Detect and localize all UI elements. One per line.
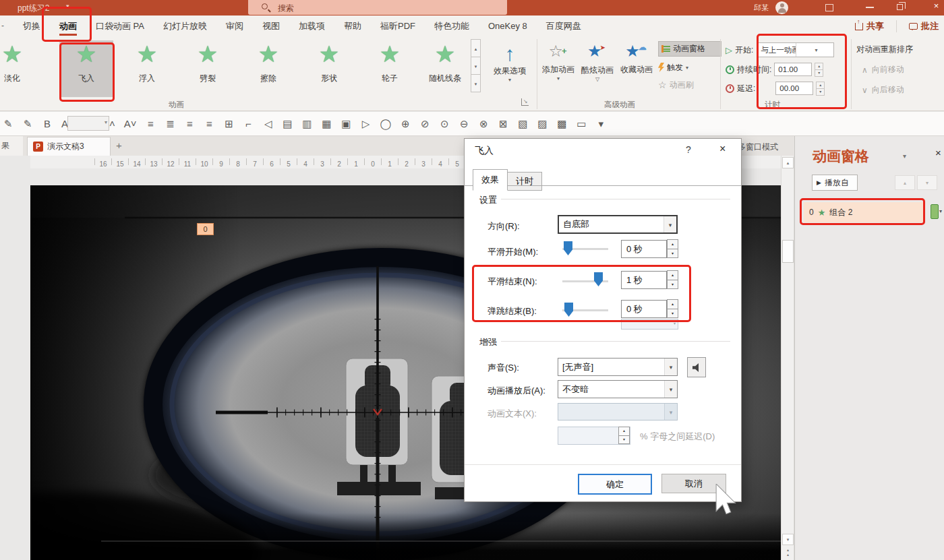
bounce-end-thumb[interactable] bbox=[564, 303, 573, 317]
smooth-end-thumb[interactable] bbox=[594, 272, 603, 286]
document-tab[interactable]: P 演示文稿3 bbox=[27, 137, 111, 156]
comments-button[interactable]: 批注 bbox=[909, 20, 939, 32]
favorite-animation-button[interactable]: ★☁ 收藏动画 bbox=[618, 41, 655, 75]
chart-icon[interactable]: ◯ bbox=[380, 118, 391, 130]
multi-window-mode-label[interactable]: 多窗口模式 bbox=[738, 142, 778, 153]
group-icon[interactable]: ▩ bbox=[556, 118, 567, 130]
title-caret-icon[interactable]: ▾ bbox=[66, 3, 69, 9]
rotate-icon[interactable]: ⌐ bbox=[243, 118, 254, 129]
trigger-button[interactable]: 触发 ▾ bbox=[658, 60, 688, 75]
gallery-item-float-in[interactable]: ★ 浮入 bbox=[120, 40, 174, 97]
smooth-start-value[interactable]: 0 秒 bbox=[621, 240, 667, 258]
bounce-end-value[interactable]: 0 秒 bbox=[621, 300, 667, 318]
format-painter-icon[interactable]: ✎ bbox=[22, 118, 33, 130]
smooth-end-value[interactable]: 1 秒 bbox=[621, 271, 667, 289]
sound-volume-button[interactable] bbox=[687, 357, 706, 377]
sound-dropdown[interactable]: [无声音] ▾ bbox=[558, 358, 678, 376]
font-size-combo[interactable] bbox=[67, 116, 109, 131]
search-box[interactable]: 搜索 bbox=[248, 0, 507, 15]
media-icon[interactable]: ▷ bbox=[360, 118, 371, 130]
minimize-icon[interactable] bbox=[866, 7, 874, 8]
ok-button[interactable]: 确定 bbox=[578, 474, 652, 495]
pane-close-icon[interactable]: × bbox=[935, 147, 941, 158]
gallery-item-fade[interactable]: ★ 淡化 bbox=[0, 40, 39, 97]
ribbon-tab[interactable]: 福昕PDF bbox=[371, 15, 425, 37]
gallery-scroll-up[interactable]: ▴ bbox=[471, 39, 481, 57]
dialog-tab[interactable]: 效果 bbox=[473, 169, 508, 191]
ribbon-tab[interactable]: 幻灯片放映 bbox=[154, 15, 216, 37]
new-tab-button[interactable]: + bbox=[116, 139, 122, 151]
play-from-button[interactable]: ▶ 播放自 bbox=[812, 175, 858, 191]
previous-slide-icon[interactable]: ▴▴ bbox=[782, 548, 794, 559]
animation-painter-button[interactable]: ☆ 动画刷 bbox=[658, 77, 694, 92]
help-icon[interactable]: ? bbox=[686, 144, 691, 155]
align-top-icon[interactable]: ▤ bbox=[282, 118, 293, 130]
animation-list-item[interactable]: 0 ★ 组合 2 bbox=[804, 202, 924, 222]
align-right-icon[interactable]: ≡ bbox=[204, 118, 214, 129]
item-dropdown-icon[interactable]: ▾ bbox=[939, 208, 942, 214]
scroll-down-icon[interactable]: ▾ bbox=[782, 534, 794, 545]
shrink-font-icon[interactable]: A˅ bbox=[124, 118, 137, 129]
ribbon-display-icon[interactable] bbox=[825, 4, 833, 11]
avatar[interactable] bbox=[775, 1, 788, 14]
close-icon[interactable]: × bbox=[932, 2, 941, 10]
bold-icon[interactable]: B bbox=[42, 118, 53, 129]
flip-icon[interactable]: ◁ bbox=[262, 118, 273, 130]
ribbon-tab[interactable]: 加载项 bbox=[289, 15, 334, 37]
gallery-item-wheel[interactable]: ★ 轮子 bbox=[363, 40, 417, 97]
gallery-item-wipe[interactable]: ★ 擦除 bbox=[241, 40, 295, 97]
merge-union-icon[interactable]: ⊕ bbox=[400, 118, 411, 130]
delay-stepper[interactable]: ▴▾ bbox=[816, 82, 825, 95]
overflow-icon[interactable]: ▾ bbox=[595, 118, 606, 130]
merge-subtract-icon[interactable]: ⊖ bbox=[459, 118, 469, 130]
layer-back-icon[interactable]: ▨ bbox=[537, 118, 548, 130]
delay-input[interactable]: 00.00 bbox=[775, 82, 813, 95]
ribbon-tab[interactable]: 审阅 bbox=[216, 15, 253, 37]
slide-scrollbar[interactable]: ▴ ▾ ▴▴ bbox=[781, 156, 794, 560]
share-button[interactable]: 共享 bbox=[855, 20, 884, 32]
move-earlier-button[interactable]: ∧ 向前移动 bbox=[862, 64, 904, 75]
justify-icon[interactable]: ≣ bbox=[165, 118, 175, 130]
restore-icon[interactable] bbox=[897, 4, 903, 10]
ribbon-tab[interactable]: 动画 bbox=[50, 15, 86, 37]
smooth-end-stepper[interactable]: ▴▾ bbox=[667, 271, 678, 289]
timeline-bar[interactable] bbox=[931, 204, 939, 219]
text-box-icon[interactable]: ▣ bbox=[341, 118, 351, 130]
after-animation-dropdown[interactable]: 不变暗 ▾ bbox=[558, 380, 678, 398]
ribbon-tab[interactable]: 帮助 bbox=[334, 15, 371, 37]
distribute-h-icon[interactable]: ⊠ bbox=[498, 118, 508, 130]
start-dropdown[interactable]: 与上一动画... ▾ bbox=[757, 42, 834, 57]
pane-move-down-button[interactable]: ▾ bbox=[917, 175, 937, 190]
bounce-end-stepper[interactable]: ▴▾ bbox=[667, 300, 678, 318]
ribbon-tab[interactable]: 百度网盘 bbox=[537, 15, 591, 37]
scrollbar-thumb[interactable] bbox=[782, 240, 794, 263]
align-center-icon[interactable]: ≡ bbox=[184, 118, 195, 129]
table-icon[interactable]: ⊞ bbox=[223, 118, 234, 130]
cool-animation-button[interactable]: ★➤ 酷炫动画 ▽ bbox=[579, 41, 616, 82]
align-bottom-icon[interactable]: ▦ bbox=[321, 118, 332, 130]
gallery-more-button[interactable]: ▾ bbox=[471, 74, 481, 92]
ribbon-tab[interactable]: OneKey 8 bbox=[479, 15, 537, 37]
animation-number-badge[interactable]: 0 bbox=[197, 223, 214, 235]
gallery-item-random-bars[interactable]: ★ 随机线条 bbox=[414, 40, 476, 97]
pane-move-up-button[interactable]: ▴ bbox=[895, 175, 915, 190]
smooth-start-stepper[interactable]: ▴▾ bbox=[667, 240, 678, 258]
duration-stepper[interactable]: ▴▾ bbox=[815, 63, 823, 76]
ribbon-tab[interactable]: 口袋动画 PA bbox=[86, 15, 154, 37]
selection-icon[interactable]: ▭ bbox=[576, 118, 587, 130]
animation-pane-button[interactable]: 动画窗格 bbox=[658, 41, 721, 57]
merge-fragment-icon[interactable]: ⊗ bbox=[478, 118, 489, 130]
effect-options-button[interactable]: ↑ 效果选项 ▾ bbox=[484, 42, 535, 83]
ribbon-tab[interactable]: 切换 bbox=[13, 15, 50, 37]
layer-front-icon[interactable]: ▧ bbox=[517, 118, 528, 130]
align-left-icon[interactable]: ≡ bbox=[145, 118, 156, 129]
pen-icon[interactable]: ✎ bbox=[3, 118, 13, 130]
gallery-item-shape[interactable]: ★ 形状 bbox=[302, 40, 356, 97]
gallery-scroll-down[interactable]: ▾ bbox=[471, 57, 481, 75]
gallery-item-split[interactable]: ★ 劈裂 bbox=[181, 40, 235, 97]
duration-input[interactable]: 01.00 bbox=[774, 63, 812, 76]
pane-menu-icon[interactable]: ▾ bbox=[903, 152, 906, 160]
dialog-close-icon[interactable]: × bbox=[719, 143, 726, 155]
dialog-tab[interactable]: 计时 bbox=[507, 172, 542, 191]
add-animation-button[interactable]: ☆+ 添加动画 ▾ bbox=[539, 41, 577, 82]
